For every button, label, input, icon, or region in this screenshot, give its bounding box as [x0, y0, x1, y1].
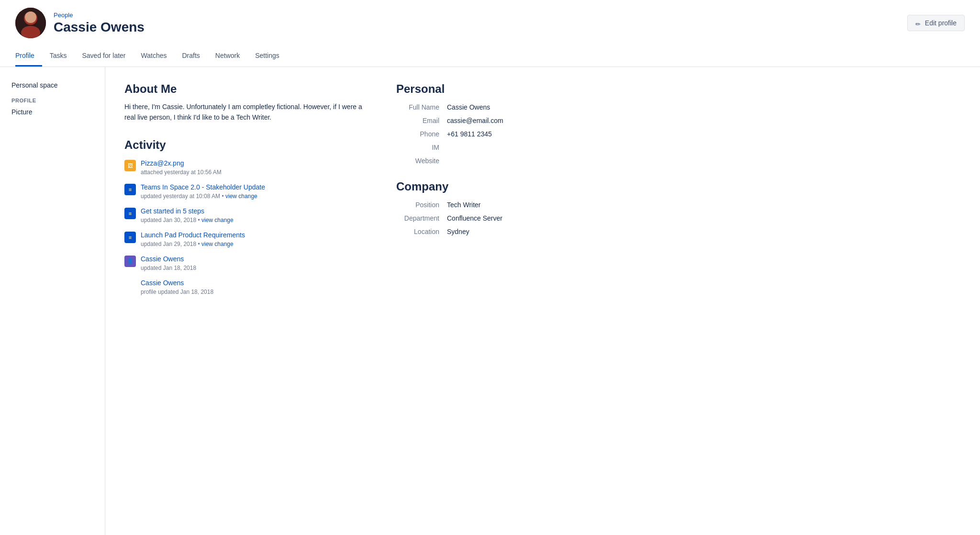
website-label: Website [396, 157, 439, 165]
personal-section-title: Personal [396, 82, 549, 96]
pizza-icon: 🖼 [128, 163, 133, 168]
list-item: ≡ Get started in 5 steps updated Jan 30,… [124, 207, 373, 223]
person-icon: 👤 [127, 258, 134, 264]
view-change-link-teams[interactable]: view change [225, 193, 257, 200]
page-title: Cassie Owens [54, 20, 145, 35]
activity-link-teams[interactable]: Teams In Space 2.0 - Stakeholder Update [141, 183, 265, 191]
activity-link-getstarted[interactable]: Get started in 5 steps [141, 207, 234, 215]
activity-meta-text: updated yesterday at 10:08 AM [141, 193, 220, 200]
page-header: People Cassie Owens Edit profile Profile… [0, 0, 980, 67]
activity-title: Activity [124, 138, 373, 152]
activity-separator: • [222, 193, 225, 200]
im-label: IM [396, 144, 439, 151]
activity-meta-text: updated Jan 30, 2018 [141, 217, 196, 223]
header-identity: People Cassie Owens [15, 8, 145, 38]
company-department-row: Department Confluence Server [396, 214, 549, 222]
pencil-icon [915, 20, 921, 26]
activity-item-content: Get started in 5 steps updated Jan 30, 2… [141, 207, 234, 223]
activity-meta-text: updated Jan 29, 2018 [141, 241, 196, 247]
activity-icon-cassie1: 👤 [124, 256, 136, 267]
list-item: ≡ Launch Pad Product Requirements update… [124, 231, 373, 247]
edit-profile-label: Edit profile [925, 19, 957, 27]
email-value: cassie@email.com [447, 117, 503, 124]
company-section-title: Company [396, 180, 549, 193]
activity-separator: • [198, 217, 201, 223]
company-location-row: Location Sydney [396, 228, 549, 235]
doc-icon: ≡ [129, 211, 132, 216]
list-item: ≡ Teams In Space 2.0 - Stakeholder Updat… [124, 183, 373, 200]
svg-point-3 [25, 11, 36, 23]
activity-item-content: Cassie Owens profile updated Jan 18, 201… [141, 279, 213, 295]
company-section: Company Position Tech Writer Department … [396, 180, 549, 235]
breadcrumb-people[interactable]: People [54, 11, 145, 19]
view-change-link-getstarted[interactable]: view change [201, 217, 234, 223]
sidebar-item-personal-space[interactable]: Personal space [8, 78, 97, 92]
phone-value: +61 9811 2345 [447, 130, 492, 138]
about-me-section: About Me Hi there, I'm Cassie. Unfortuna… [124, 82, 373, 123]
personal-website-row: Website [396, 157, 549, 165]
doc-icon: ≡ [129, 234, 132, 240]
list-item: Cassie Owens profile updated Jan 18, 201… [124, 279, 373, 295]
activity-icon-teams: ≡ [124, 184, 136, 195]
activity-item-content: Launch Pad Product Requirements updated … [141, 231, 245, 247]
phone-label: Phone [396, 130, 439, 138]
position-label: Position [396, 201, 439, 209]
tab-watches[interactable]: Watches [134, 46, 175, 67]
main-content: Personal space PROFILE Picture About Me … [0, 67, 980, 535]
avatar [15, 8, 46, 38]
about-me-title: About Me [124, 82, 373, 96]
location-label: Location [396, 228, 439, 235]
activity-meta-getstarted: updated Jan 30, 2018 • view change [141, 217, 234, 223]
list-item: 👤 Cassie Owens updated Jan 18, 2018 [124, 255, 373, 271]
nav-tabs: Profile Tasks Saved for later Watches Dr… [15, 46, 965, 67]
personal-im-row: IM [396, 144, 549, 151]
sidebar-item-picture[interactable]: Picture [8, 105, 97, 119]
email-label: Email [396, 117, 439, 124]
activity-link-pizza[interactable]: Pizza@2x.png [141, 159, 222, 167]
content-right: Personal Full Name Cassie Owens Email ca… [396, 82, 549, 520]
about-me-text: Hi there, I'm Cassie. Unfortunately I am… [124, 101, 373, 123]
activity-meta-teams: updated yesterday at 10:08 AM • view cha… [141, 193, 257, 200]
tab-network[interactable]: Network [208, 46, 247, 67]
fullname-label: Full Name [396, 103, 439, 111]
header-name-section: People Cassie Owens [54, 11, 145, 35]
company-position-row: Position Tech Writer [396, 201, 549, 209]
tab-tasks[interactable]: Tasks [42, 46, 75, 67]
sidebar: Personal space PROFILE Picture [0, 67, 105, 535]
tab-settings[interactable]: Settings [247, 46, 287, 67]
activity-meta-launchpad: updated Jan 29, 2018 • view change [141, 241, 234, 247]
personal-phone-row: Phone +61 9811 2345 [396, 130, 549, 138]
avatar-image [15, 8, 46, 38]
department-label: Department [396, 214, 439, 222]
tab-saved-for-later[interactable]: Saved for later [74, 46, 133, 67]
activity-meta-pizza: attached yesterday at 10:56 AM [141, 169, 222, 176]
activity-icon-launchpad: ≡ [124, 232, 136, 243]
activity-list: 🖼 Pizza@2x.png attached yesterday at 10:… [124, 159, 373, 295]
avatar-svg [15, 8, 46, 38]
activity-link-cassie1[interactable]: Cassie Owens [141, 255, 196, 263]
activity-link-launchpad[interactable]: Launch Pad Product Requirements [141, 231, 245, 239]
doc-icon: ≡ [129, 187, 132, 192]
position-value: Tech Writer [447, 201, 481, 209]
tab-drafts[interactable]: Drafts [175, 46, 208, 67]
view-change-link-launchpad[interactable]: view change [201, 241, 234, 247]
activity-item-content: Teams In Space 2.0 - Stakeholder Update … [141, 183, 265, 200]
edit-profile-button[interactable]: Edit profile [907, 15, 965, 31]
personal-fullname-row: Full Name Cassie Owens [396, 103, 549, 111]
content-area: About Me Hi there, I'm Cassie. Unfortuna… [105, 67, 980, 535]
sidebar-section-profile: PROFILE [8, 92, 97, 105]
personal-email-row: Email cassie@email.com [396, 117, 549, 124]
activity-meta-cassie2: profile updated Jan 18, 2018 [141, 289, 213, 295]
activity-icon-getstarted: ≡ [124, 208, 136, 219]
activity-link-cassie2[interactable]: Cassie Owens [141, 279, 213, 287]
tab-profile[interactable]: Profile [15, 46, 42, 67]
activity-separator: • [198, 241, 201, 247]
personal-section: Personal Full Name Cassie Owens Email ca… [396, 82, 549, 165]
list-item: 🖼 Pizza@2x.png attached yesterday at 10:… [124, 159, 373, 176]
activity-meta-cassie1: updated Jan 18, 2018 [141, 265, 196, 271]
location-value: Sydney [447, 228, 469, 235]
department-value: Confluence Server [447, 214, 502, 222]
activity-icon-cassie2 [124, 279, 136, 291]
fullname-value: Cassie Owens [447, 103, 490, 111]
activity-section: Activity 🖼 Pizza@2x.png attached yesterd… [124, 138, 373, 295]
